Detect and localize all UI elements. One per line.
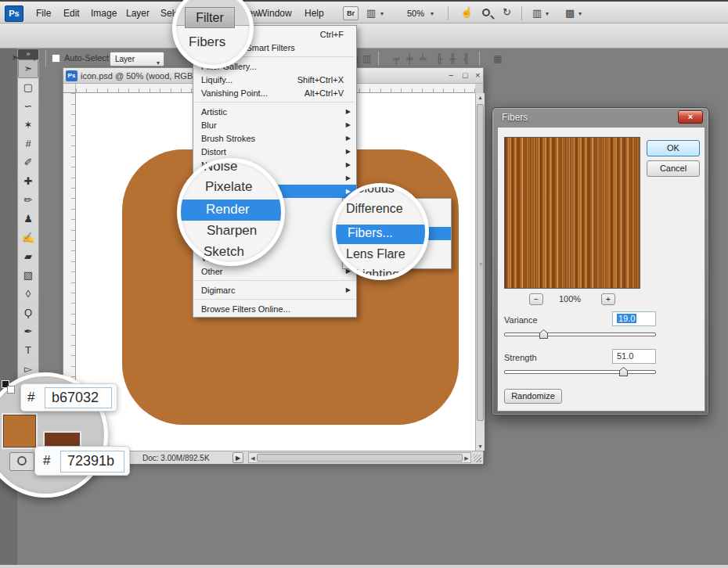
brush-tool[interactable]: ✏	[18, 191, 38, 210]
magnified-filter-menu[interactable]: Filter	[185, 7, 235, 28]
zoom-out-button[interactable]: −	[529, 293, 543, 305]
scroll-right-icon[interactable]: ▶	[463, 455, 470, 462]
eyedropper-tool[interactable]: ✐	[18, 153, 38, 172]
dodge-tool[interactable]: Ϙ	[18, 304, 38, 322]
variance-slider-thumb[interactable]	[539, 329, 548, 339]
screen-mode-icon[interactable]: ▩	[565, 7, 575, 19]
clone-stamp-tool[interactable]: ♟	[18, 210, 38, 228]
auto-select-target-dropdown[interactable]: Layer ▾	[110, 52, 164, 67]
lasso-tool[interactable]: ∽	[18, 97, 38, 116]
distribute-left-icon[interactable]: ╟	[436, 53, 443, 64]
bridge-button[interactable]: Br	[343, 6, 359, 20]
submenu-arrow-icon: ▶	[344, 135, 351, 142]
menu-item[interactable]: Distort ▶	[193, 145, 356, 158]
minimize-icon[interactable]: −	[449, 70, 453, 80]
menu-item[interactable]: Blur ▶	[193, 118, 356, 131]
layout-caret-icon[interactable]: ▾	[380, 10, 384, 17]
magnified-difference-item[interactable]: Difference	[346, 202, 403, 216]
horizontal-scrollbar[interactable]: ◀ ▶	[248, 452, 471, 463]
magnified-sketch-item[interactable]: Sketch	[204, 244, 244, 260]
menu-item[interactable]: Brush Strokes ▶	[193, 131, 356, 145]
tool-icon: ∽	[24, 100, 33, 112]
magnified-render-item[interactable]: Render	[206, 202, 250, 217]
scroll-up-icon[interactable]: ▲	[476, 95, 485, 100]
auto-select-checkbox[interactable]	[52, 54, 60, 63]
strength-slider[interactable]	[504, 370, 656, 374]
menu-item[interactable]: Browse Filters Online... ▶	[193, 302, 356, 315]
menu-file[interactable]: File	[36, 8, 51, 19]
quick-mask-button[interactable]	[9, 452, 34, 471]
panel-caret-icon[interactable]: ▾	[546, 10, 549, 17]
variance-input[interactable]: 19.0	[612, 311, 656, 326]
show-bounds-icon[interactable]: ▥	[362, 53, 371, 64]
menu-window[interactable]: Window	[258, 8, 292, 19]
magic-wand-tool[interactable]: ✶	[18, 116, 38, 135]
scroll-left-icon[interactable]: ◀	[250, 455, 256, 462]
align-top-icon[interactable]: ╤	[393, 53, 400, 64]
maximize-icon[interactable]: □	[463, 70, 468, 80]
menu-item[interactable]: Liquify... Shift+Ctrl+X ▶	[193, 73, 356, 86]
menu-item[interactable]: Digimarc ▶	[193, 283, 356, 297]
menu-item[interactable]: Other ▶	[193, 264, 356, 278]
magnified-fibers-item[interactable]: Fibers	[189, 34, 225, 50]
auto-align-icon[interactable]: ▦	[493, 53, 502, 64]
menu-shortcut: Ctrl+F	[320, 30, 344, 39]
variance-value: 19.0	[617, 314, 636, 323]
rotate-view-icon[interactable]: ↻	[503, 6, 511, 18]
marquee-tool[interactable]: ▢	[18, 78, 38, 97]
scroll-down-icon[interactable]: ▼	[476, 444, 485, 449]
menu-image[interactable]: Image	[91, 8, 117, 19]
strength-slider-thumb[interactable]	[619, 367, 628, 376]
history-brush-tool[interactable]: ✍	[18, 228, 38, 247]
strength-input[interactable]: 51.0	[612, 349, 656, 364]
healing-brush-tool[interactable]: ✚	[18, 172, 38, 191]
pen-tool[interactable]: ✒	[18, 322, 38, 341]
menu-edit[interactable]: Edit	[63, 8, 80, 19]
magnified-lens-flare-item[interactable]: Lens Flare	[346, 247, 405, 261]
layout-icon[interactable]: ▥	[366, 7, 376, 19]
gradient-tool[interactable]: ▧	[18, 266, 38, 285]
vertical-scrollbar[interactable]: ▲ ≡ ▼	[475, 93, 485, 451]
zoom-caret-icon[interactable]: ▾	[431, 10, 434, 17]
menu-item-label: Blur	[201, 120, 336, 130]
cancel-button[interactable]: Cancel	[647, 160, 700, 177]
variance-slider[interactable]	[504, 333, 656, 336]
menu-layer[interactable]: Layer	[126, 8, 150, 19]
ok-button[interactable]: OK	[647, 140, 700, 156]
distribute-center-icon[interactable]: ╫	[449, 53, 456, 64]
menu-item[interactable]: Artistic ▶	[193, 105, 356, 118]
status-options-button[interactable]: ▶	[232, 452, 243, 463]
dialog-close-button[interactable]: ×	[678, 110, 703, 124]
eraser-tool[interactable]: ▰	[18, 247, 38, 266]
type-tool[interactable]: T	[18, 341, 38, 360]
panel-view-icon[interactable]: ▥	[532, 7, 542, 19]
distribute-right-icon[interactable]: ╢	[463, 53, 470, 64]
magnified-pixelate-item[interactable]: Pixelate	[205, 179, 252, 195]
magnified-sharpen-item[interactable]: Sharpen	[207, 223, 257, 239]
menu-shortcut: Shift+Ctrl+X	[297, 75, 344, 84]
background-hex-value[interactable]: 72391b	[60, 451, 124, 473]
ruler-corner	[63, 84, 76, 93]
tool-preset-caret-icon[interactable]: ▾	[33, 56, 36, 63]
menu-item[interactable]: Vanishing Point... Alt+Ctrl+V ▶	[193, 86, 356, 99]
resize-grip[interactable]	[474, 455, 481, 462]
align-bottom-icon[interactable]: ╧	[420, 53, 427, 64]
horizontal-scroll-thumb[interactable]	[257, 454, 463, 462]
menu-item-label: Browse Filters Online...	[201, 304, 336, 314]
align-middle-icon[interactable]: ╪	[406, 53, 413, 64]
foreground-hex-value[interactable]: b67032	[45, 387, 112, 408]
zoom-level[interactable]: 50%	[407, 9, 424, 18]
zoom-tool-icon[interactable]	[482, 9, 490, 16]
vertical-scroll-thumb[interactable]: ≡	[477, 104, 484, 421]
menu-help[interactable]: Help	[305, 8, 324, 19]
blur-tool[interactable]: ◊	[18, 285, 38, 304]
screen-mode-caret-icon[interactable]: ▾	[578, 10, 582, 17]
tool-icon: Ϙ	[24, 307, 32, 318]
magnified-fibers-submenu-item[interactable]: Fibers...	[348, 226, 393, 240]
close-icon[interactable]: ×	[475, 70, 480, 80]
foreground-color-swatch[interactable]	[3, 415, 36, 448]
zoom-in-button[interactable]: +	[601, 293, 615, 305]
crop-tool[interactable]: #	[18, 135, 38, 153]
hand-tool-icon[interactable]: ☝	[460, 6, 473, 18]
randomize-button[interactable]: Randomize	[504, 389, 562, 404]
